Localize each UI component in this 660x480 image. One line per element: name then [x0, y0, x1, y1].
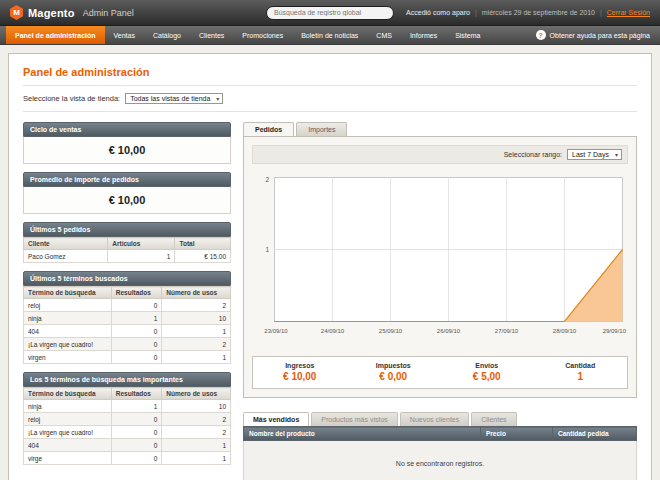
nav-item-cms[interactable]: CMS: [367, 26, 401, 44]
cell: ninja: [24, 400, 112, 413]
cell: reloj: [24, 299, 112, 312]
table-row[interactable]: reloj 0 2: [24, 299, 231, 312]
cell: virgen: [24, 351, 112, 364]
nav-item-dashboard[interactable]: Panel de administración: [6, 26, 105, 44]
col-header: Artículos: [108, 238, 175, 250]
cell: Paco Gomez: [24, 250, 108, 263]
products-table: Nombre del producto Precio Cantidad pedi…: [243, 426, 637, 480]
store-view-switcher: Seleccione la vista de tienda: Todas las…: [23, 86, 637, 112]
chart-x-label: 24/09/10: [321, 328, 345, 334]
tab-importes[interactable]: Importes: [296, 122, 347, 136]
cell: 1: [108, 250, 175, 263]
total-value: € 5,00: [440, 371, 534, 382]
average-orders-value: € 10,00: [23, 187, 231, 214]
cell: 10: [162, 312, 231, 325]
last-search-table: Término de búsqueda Resultados Número de…: [23, 286, 231, 364]
header-separator: |: [600, 9, 602, 16]
total-impuestos: Impuestos € 0,00: [347, 357, 441, 388]
chart-y-label: 1: [265, 246, 269, 253]
main-nav: Panel de administración Ventas Catálogo …: [0, 26, 660, 45]
cell: ¡La virgen que cuadro!: [24, 338, 112, 351]
lifetime-sales-value: € 10,00: [23, 137, 231, 164]
nav-item-boletin[interactable]: Boletín de noticias: [292, 26, 367, 44]
total-cantidad: Cantidad 1: [534, 357, 628, 388]
cell: € 15.00: [175, 250, 231, 263]
header-date: miércoles 29 de septiembre de 2010: [482, 9, 595, 16]
table-row[interactable]: virgen 0 1: [24, 351, 231, 364]
magento-logo: M Magento Admin Panel: [10, 5, 134, 20]
magento-logo-icon: M: [10, 5, 23, 20]
col-header: Término de búsqueda: [24, 287, 112, 299]
cell: 1: [111, 312, 162, 325]
chart-x-label: 23/09/10: [264, 328, 288, 334]
cell: 1: [162, 439, 231, 452]
global-search-input[interactable]: [266, 6, 394, 20]
chart-x-label: 27/09/10: [495, 328, 519, 334]
help-label: Obtener ayuda para esta página: [550, 32, 650, 39]
nav-item-clientes[interactable]: Clientes: [190, 26, 233, 44]
col-header: Precio: [481, 427, 553, 441]
total-value: € 0,00: [347, 371, 441, 382]
last-orders-panel: Últimos 5 pedidos Cliente Artículos Tota…: [23, 222, 231, 263]
lifetime-sales-title: Ciclo de ventas: [23, 122, 231, 137]
cell: 0: [111, 452, 162, 465]
average-orders-title: Promedio de importe de pedidos: [23, 172, 231, 187]
store-view-label: Seleccione la vista de tienda:: [23, 94, 120, 103]
table-row[interactable]: ¡La virgen que cuadro! 0 2: [24, 338, 231, 351]
range-label: Seleccionar rango:: [504, 151, 562, 158]
table-row[interactable]: 404 0 1: [24, 325, 231, 338]
col-header: Resultados: [111, 388, 162, 400]
content-panel: Panel de administración Seleccione la vi…: [8, 53, 652, 480]
average-orders-panel: Promedio de importe de pedidos € 10,00: [23, 172, 231, 214]
dashboard-left-column: Ciclo de ventas € 10,00 Promedio de impo…: [23, 122, 231, 480]
totals-bar: Ingresos € 10,00 Impuestos € 0,00 Envíos…: [252, 356, 628, 389]
col-header: Término de búsqueda: [24, 388, 112, 400]
table-row[interactable]: reloj 0 2: [24, 413, 231, 426]
cell: ninja: [24, 312, 112, 325]
tab-clientes[interactable]: Clientes: [471, 412, 516, 426]
table-row[interactable]: ¡La virgen que cuadro! 0 2: [24, 426, 231, 439]
table-row[interactable]: ninja 1 10: [24, 312, 231, 325]
table-row[interactable]: Paco Gomez 1 € 15.00: [24, 250, 231, 263]
cell: 0: [111, 338, 162, 351]
tab-pedidos[interactable]: Pedidos: [243, 122, 294, 136]
cell: 404: [24, 439, 112, 452]
orders-chart-svg: 2 1 23/09/10 24/09/10 25/09/10 26/09/10 …: [252, 171, 628, 347]
chart-y-label: 2: [265, 176, 269, 183]
tab-nuevos-clientes[interactable]: Nuevos clientes: [400, 412, 469, 426]
nav-item-informes[interactable]: Informes: [401, 26, 446, 44]
chart-board: Seleccionar rango: Last 7 Days: [243, 136, 637, 398]
total-label: Ingresos: [253, 362, 347, 369]
grid-tabs: Más vendidos Productos más vistos Nuevos…: [243, 412, 637, 426]
logout-link[interactable]: Cerrar Sesión: [607, 9, 650, 16]
table-row[interactable]: 404 0 1: [24, 439, 231, 452]
logged-in-as: Accedió como aparo: [406, 9, 470, 16]
total-label: Cantidad: [534, 362, 628, 369]
table-row[interactable]: virge 0 1: [24, 452, 231, 465]
tab-mas-vendidos[interactable]: Más vendidos: [243, 412, 309, 426]
nav-item-catalogo[interactable]: Catálogo: [144, 26, 190, 44]
last-search-panel: Últimos 5 términos buscados Término de b…: [23, 271, 231, 364]
cell: 0: [111, 439, 162, 452]
table-row[interactable]: ninja 1 10: [24, 400, 231, 413]
store-view-value: Todas las vistas de tienda: [130, 95, 210, 102]
orders-chart: 2 1 23/09/10 24/09/10 25/09/10 26/09/10 …: [252, 171, 628, 347]
range-select[interactable]: Last 7 Days: [567, 149, 622, 160]
cell: 0: [111, 351, 162, 364]
nav-item-promociones[interactable]: Promociones: [233, 26, 292, 44]
total-envios: Envíos € 5,00: [440, 357, 534, 388]
cell: 0: [111, 299, 162, 312]
total-value: 1: [534, 371, 628, 382]
range-value: Last 7 Days: [572, 151, 609, 158]
cell: 1: [162, 351, 231, 364]
page-help-link[interactable]: ? Obtener ayuda para esta página: [536, 26, 660, 44]
header-separator: |: [475, 9, 477, 16]
top-search-panel: Los 5 términos de búsqueda más important…: [23, 372, 231, 465]
cell: 0: [111, 426, 162, 439]
tab-productos-mas-vistos[interactable]: Productos más vistos: [311, 412, 398, 426]
store-view-select[interactable]: Todas las vistas de tienda: [125, 93, 223, 104]
nav-item-ventas[interactable]: Ventas: [105, 26, 144, 44]
cell: 2: [162, 299, 231, 312]
cell: virge: [24, 452, 112, 465]
nav-item-sistema[interactable]: Sistema: [446, 26, 489, 44]
